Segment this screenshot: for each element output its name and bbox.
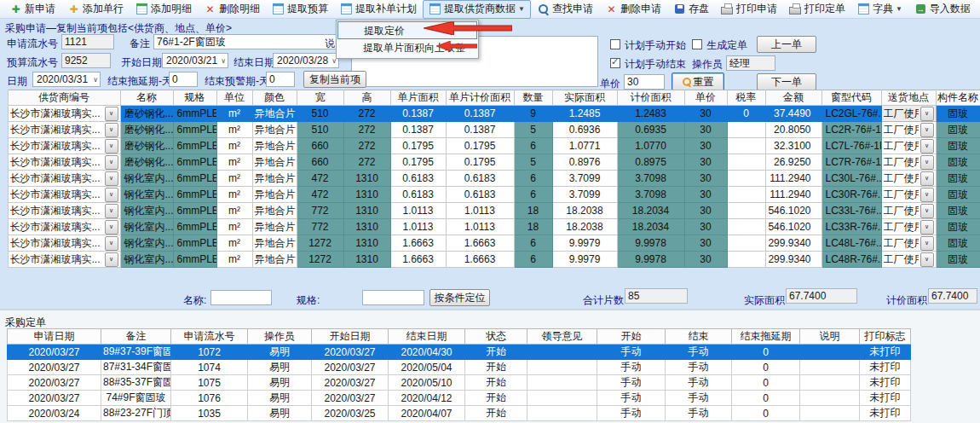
print-order-button[interactable]: 打印定单 [783, 0, 851, 19]
detail-row[interactable]: 长沙市潇湘玻璃实...∨钢化室内...6mmPLE...m²异地合片127213… [0, 235, 980, 252]
orders-header-operator[interactable]: 操作员 [248, 329, 312, 345]
detail-row[interactable]: 长沙市潇湘玻璃实...∨钢化室内...6mmPLE...m²异地合片127213… [0, 252, 980, 268]
detail-row[interactable]: 长沙市潇湘玻璃实...∨磨砂钢化...6mmPLE...m²异地合片660272… [0, 138, 980, 154]
delete-request-button[interactable]: 删除申请 [599, 0, 667, 19]
detail-header-amount[interactable]: 金额 [765, 90, 821, 106]
unit-price-field[interactable]: 30 [624, 74, 665, 90]
chevron-down-icon[interactable]: ∨ [105, 220, 118, 235]
end-date-combo[interactable]: 2020/03/28 ∨ [273, 53, 339, 68]
end-warn-field[interactable]: 0 [266, 72, 295, 87]
chevron-down-icon[interactable]: ∨ [105, 107, 118, 121]
add-detail-button[interactable]: 添加明细 [130, 0, 198, 19]
plan-manual-start-checkbox[interactable] [610, 39, 620, 49]
plan-manual-end-checkbox[interactable] [610, 58, 620, 68]
orders-header-end[interactable]: 结束 [666, 329, 732, 345]
chevron-down-icon[interactable]: ∨ [920, 139, 934, 154]
operator-field[interactable]: 经理 [726, 55, 775, 71]
new-request-button[interactable]: 新申请 [3, 0, 61, 19]
detail-row[interactable]: 长沙市潇湘玻璃实...∨钢化室内...6mmPLE...m²异地合片772131… [0, 203, 980, 219]
date-combo[interactable]: 2020/03/31 ∨ [32, 72, 101, 87]
orders-header-end-date[interactable]: 结束日期 [389, 329, 465, 345]
orders-header-request-date[interactable]: 申请日期 [8, 329, 101, 345]
end-delay-field[interactable]: 0 [169, 72, 198, 87]
orders-header-leader-opinion[interactable]: 领导意见 [527, 329, 597, 345]
detail-row[interactable]: 长沙市潇湘玻璃实...∨磨砂钢化...6mmPLE...m²异地合片510272… [0, 106, 980, 122]
previous-order-button[interactable]: 上一单 [757, 36, 816, 53]
detail-row[interactable]: 长沙市潇湘玻璃实...∨磨砂钢化...6mmPLE...m²异地合片510272… [0, 122, 980, 138]
print-request-button[interactable]: 打印申请 [715, 0, 783, 19]
orders-header-end-delay[interactable]: 结束拖延期 [732, 329, 800, 345]
chevron-down-icon[interactable]: ∨ [920, 204, 934, 218]
chevron-down-icon[interactable]: ∨ [105, 123, 118, 137]
detail-row[interactable]: 长沙市潇湘玻璃实...∨磨砂钢化...6mmPLE...m²异地合片660272… [0, 154, 980, 171]
chevron-down-icon[interactable]: ∨ [920, 188, 934, 202]
detail-header-width[interactable]: 宽 [297, 90, 343, 106]
order-row[interactable]: 2020/03/2787#31-34F窗固玻1074易明2020/03/2720… [8, 360, 911, 375]
locate-by-condition-button[interactable]: 按条件定位 [429, 289, 490, 306]
detail-header-height[interactable]: 高 [343, 90, 390, 106]
detail-header-spec[interactable]: 规格 [173, 90, 216, 106]
detail-header-qty[interactable]: 数量 [514, 90, 552, 106]
add-row-button[interactable]: 添加单行 [61, 0, 130, 19]
order-row[interactable]: 2020/03/2788#35-37F窗固玻1075易明2020/03/2720… [8, 375, 911, 391]
dictionary-button[interactable]: 字典▼ [851, 0, 908, 19]
orders-header-remark[interactable]: 备注 [101, 329, 171, 345]
find-request-button[interactable]: 查找申请 [531, 0, 599, 19]
chevron-down-icon[interactable]: ∨ [920, 252, 934, 267]
detail-header-unit_price[interactable]: 单价 [684, 90, 727, 106]
chevron-down-icon[interactable]: ∨ [920, 171, 934, 186]
order-row[interactable]: 2020/03/2774#9F窗固玻1076易明2020/03/272020/0… [8, 391, 911, 406]
order-row[interactable]: 2020/03/2488#23-27F门顶玻1035易明2020/03/2520… [8, 406, 911, 421]
orders-header-start[interactable]: 开始 [597, 329, 666, 345]
chevron-down-icon[interactable]: ∨ [920, 155, 934, 170]
next-order-button[interactable]: 下一单 [757, 73, 816, 90]
orders-header-request-no[interactable]: 申请流水号 [171, 329, 248, 345]
orders-header-print-flag[interactable]: 打印标志 [860, 329, 911, 345]
chevron-down-icon[interactable]: ∨ [920, 220, 934, 235]
import-data-button[interactable]: 导入数据 [908, 0, 977, 19]
request-no-field[interactable]: 1121 [61, 34, 114, 49]
detail-header-tax[interactable]: 税率 [727, 90, 765, 106]
generate-order-checkbox[interactable] [692, 39, 702, 49]
extract-budget-button[interactable]: 提取预算 [266, 0, 334, 19]
chevron-down-icon[interactable]: ∨ [105, 236, 118, 251]
locate-name-input[interactable] [210, 290, 272, 305]
delete-detail-button[interactable]: 删除明细 [198, 0, 266, 19]
extract-supplier-data-button[interactable]: 提取供货商数据▼ [423, 0, 531, 19]
orders-header-start-date[interactable]: 开始日期 [312, 329, 389, 345]
chevron-down-icon[interactable]: ∨ [105, 171, 118, 186]
reset-button[interactable]: 重置 [672, 72, 724, 91]
detail-header-window_code[interactable]: 窗型代码 [821, 90, 881, 106]
chevron-down-icon[interactable]: ∨ [105, 139, 118, 154]
copy-current-button[interactable]: 复制当前项 [303, 71, 366, 88]
detail-header-billing_area[interactable]: 计价面积 [617, 90, 684, 106]
chevron-down-icon[interactable]: ∨ [920, 107, 934, 121]
detail-header-supplier[interactable]: 供货商编号 [8, 90, 120, 106]
order-row[interactable]: 2020/03/2789#37-39F窗固玻1072易明2020/03/2720… [8, 345, 911, 360]
detail-header-part[interactable]: 构件名称 [936, 90, 980, 106]
locate-spec-input[interactable] [362, 290, 424, 305]
chevron-down-icon[interactable]: ∨ [105, 188, 118, 202]
budget-no-field[interactable]: 9252 [61, 53, 111, 68]
chevron-down-icon[interactable]: ∨ [105, 155, 118, 170]
chevron-down-icon[interactable]: ∨ [920, 123, 934, 137]
detail-header-piece_area[interactable]: 单片面积 [390, 90, 446, 106]
start-date-combo[interactable]: 2020/03/21 ∨ [162, 53, 228, 68]
detail-header-unit[interactable]: 单位 [216, 90, 252, 106]
extract-supplement-plan-button[interactable]: 提取补单计划 [334, 0, 423, 19]
chevron-down-icon[interactable]: ∨ [105, 252, 118, 267]
orders-header-note[interactable]: 说明 [800, 329, 860, 345]
detail-row[interactable]: 长沙市潇湘玻璃实...∨钢化室内...6mmPLE...m²异地合片472131… [0, 187, 980, 203]
detail-header-delivery[interactable]: 送货地点 [881, 90, 936, 106]
chevron-down-icon[interactable]: ∨ [920, 236, 934, 251]
save-button[interactable]: 存盘 [667, 0, 715, 19]
detail-header-name[interactable]: 名称 [120, 90, 173, 106]
chevron-down-icon[interactable]: ∨ [105, 204, 118, 218]
detail-header-actual_area[interactable]: 实际面积 [552, 90, 617, 106]
detail-row[interactable]: 长沙市潇湘玻璃实...∨钢化室内...6mmPLE...m²异地合片472131… [0, 171, 980, 187]
detail-header-piece_billing_area[interactable]: 单片计价面积 [446, 90, 514, 106]
detail-header-color[interactable]: 颜色 [252, 90, 297, 106]
generate-order-label: 生成定单 [706, 38, 747, 53]
detail-row[interactable]: 长沙市潇湘玻璃实...∨钢化室内...6mmPLE...m²异地合片772131… [0, 219, 980, 235]
orders-header-status[interactable]: 状态 [465, 329, 527, 345]
